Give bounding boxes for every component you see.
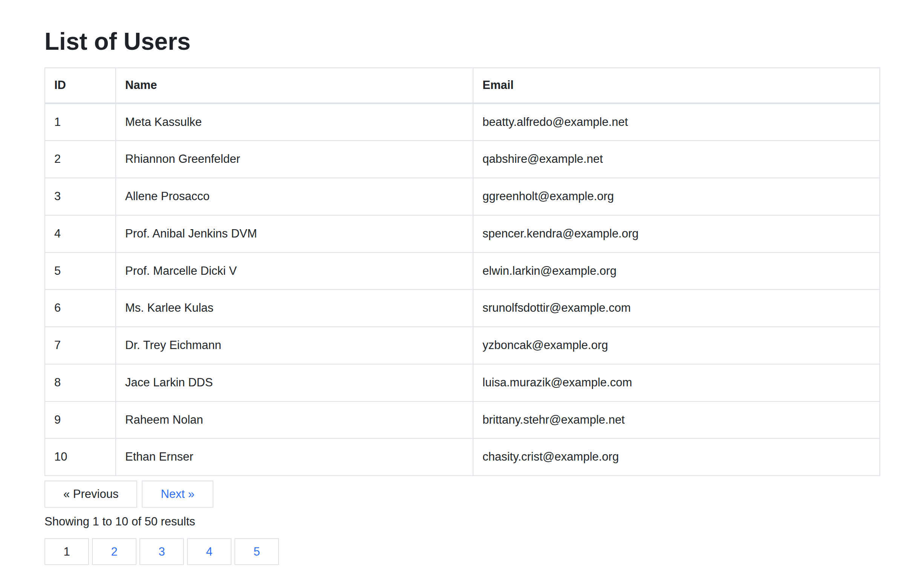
- cell-name: Dr. Trey Eichmann: [116, 327, 473, 364]
- cell-email: srunolfsdottir@example.com: [473, 289, 880, 327]
- table-header: ID Name Email: [45, 68, 880, 103]
- content-container: List of Users ID Name Email 1 Meta Kassu…: [44, 0, 880, 565]
- page-link[interactable]: 5: [234, 538, 279, 565]
- page-links: 1 2 3 4 5: [44, 538, 880, 565]
- cell-id: 3: [45, 178, 116, 215]
- cell-id: 6: [45, 289, 116, 327]
- table-row: 4 Prof. Anibal Jenkins DVM spencer.kendr…: [45, 215, 880, 252]
- cell-id: 1: [45, 103, 116, 141]
- cell-id: 7: [45, 327, 116, 364]
- cell-name: Raheem Nolan: [116, 401, 473, 439]
- cell-name: Rhiannon Greenfelder: [116, 141, 473, 178]
- cell-name: Ethan Ernser: [116, 438, 473, 476]
- cell-email: ggreenholt@example.org: [473, 178, 880, 215]
- page-link[interactable]: 2: [92, 538, 136, 565]
- cell-name: Jace Larkin DDS: [116, 364, 473, 401]
- table-row: 5 Prof. Marcelle Dicki V elwin.larkin@ex…: [45, 252, 880, 290]
- table-row: 2 Rhiannon Greenfelder qabshire@example.…: [45, 141, 880, 178]
- table-row: 6 Ms. Karlee Kulas srunolfsdottir@exampl…: [45, 289, 880, 327]
- cell-id: 9: [45, 401, 116, 439]
- table-row: 10 Ethan Ernser chasity.crist@example.or…: [45, 438, 880, 476]
- previous-button[interactable]: « Previous: [44, 481, 137, 508]
- cell-email: beatty.alfredo@example.net: [473, 103, 880, 141]
- page-link[interactable]: 3: [139, 538, 184, 565]
- cell-name: Allene Prosacco: [116, 178, 473, 215]
- table-row: 8 Jace Larkin DDS luisa.murazik@example.…: [45, 364, 880, 401]
- cell-email: chasity.crist@example.org: [473, 438, 880, 476]
- column-header-name: Name: [116, 68, 473, 103]
- results-summary: Showing 1 to 10 of 50 results: [44, 515, 880, 529]
- cell-id: 5: [45, 252, 116, 290]
- column-header-id: ID: [45, 68, 116, 103]
- cell-email: brittany.stehr@example.net: [473, 401, 880, 439]
- cell-email: spencer.kendra@example.org: [473, 215, 880, 252]
- page-link[interactable]: 4: [187, 538, 231, 565]
- table-row: 3 Allene Prosacco ggreenholt@example.org: [45, 178, 880, 215]
- next-button[interactable]: Next »: [142, 481, 213, 508]
- cell-name: Prof. Anibal Jenkins DVM: [116, 215, 473, 252]
- cell-name: Prof. Marcelle Dicki V: [116, 252, 473, 290]
- cell-name: Ms. Karlee Kulas: [116, 289, 473, 327]
- cell-email: yzboncak@example.org: [473, 327, 880, 364]
- pager-buttons: « Previous Next »: [44, 481, 880, 508]
- table-header-row: ID Name Email: [45, 68, 880, 103]
- cell-id: 4: [45, 215, 116, 252]
- cell-id: 8: [45, 364, 116, 401]
- cell-id: 2: [45, 141, 116, 178]
- table-row: 9 Raheem Nolan brittany.stehr@example.ne…: [45, 401, 880, 439]
- page-title: List of Users: [44, 27, 880, 56]
- table-row: 7 Dr. Trey Eichmann yzboncak@example.org: [45, 327, 880, 364]
- cell-id: 10: [45, 438, 116, 476]
- users-table: ID Name Email 1 Meta Kassulke beatty.alf…: [44, 68, 880, 476]
- column-header-email: Email: [473, 68, 880, 103]
- cell-email: luisa.murazik@example.com: [473, 364, 880, 401]
- cell-email: elwin.larkin@example.org: [473, 252, 880, 290]
- cell-email: qabshire@example.net: [473, 141, 880, 178]
- page-link-current: 1: [44, 538, 89, 565]
- table-body: 1 Meta Kassulke beatty.alfredo@example.n…: [45, 103, 880, 476]
- table-row: 1 Meta Kassulke beatty.alfredo@example.n…: [45, 103, 880, 141]
- cell-name: Meta Kassulke: [116, 103, 473, 141]
